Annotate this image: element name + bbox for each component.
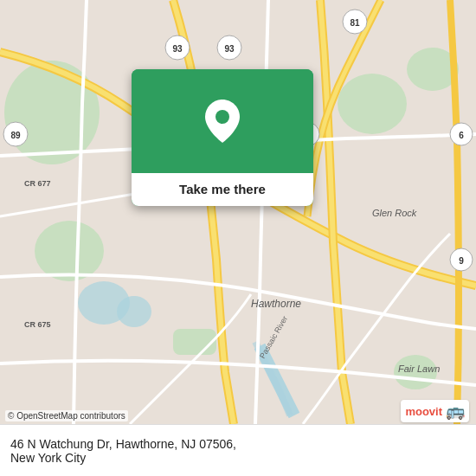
svg-point-5 [338, 74, 407, 134]
map-background: 81 84 93 93 89 6 9 CR 677 CR 675 Hawthor… [0, 0, 476, 424]
popup-card[interactable]: Take me there [132, 69, 313, 206]
svg-point-28 [215, 110, 229, 124]
svg-text:Hawthorne: Hawthorne [251, 298, 301, 310]
map-svg: 81 84 93 93 89 6 9 CR 677 CR 675 Hawthor… [0, 0, 476, 424]
svg-text:89: 89 [10, 131, 21, 140]
svg-rect-4 [173, 329, 216, 355]
bottom-bar: 46 N Watchung Dr, Hawthorne, NJ 07506, N… [0, 424, 476, 476]
svg-text:93: 93 [172, 44, 183, 54]
map-attribution: © OpenStreetMap contributors [5, 410, 128, 421]
svg-text:Glen Rock: Glen Rock [372, 208, 417, 218]
svg-text:6: 6 [459, 131, 464, 140]
moovit-logo: moovit 🚌 [401, 400, 469, 422]
svg-text:CR 677: CR 677 [24, 179, 51, 188]
take-me-there-button[interactable]: Take me there [179, 182, 266, 196]
svg-text:93: 93 [224, 44, 235, 54]
location-pin-icon [205, 100, 240, 143]
svg-text:Fair Lawn: Fair Lawn [398, 363, 440, 374]
moovit-text: moovit [405, 405, 442, 418]
svg-text:Passaic River: Passaic River [258, 314, 289, 360]
popup-label-area[interactable]: Take me there [132, 173, 313, 206]
moovit-icon: 🚌 [446, 402, 465, 421]
svg-text:81: 81 [350, 18, 360, 28]
svg-point-1 [35, 221, 104, 281]
svg-text:9: 9 [459, 256, 464, 266]
city-line: New York City [10, 451, 466, 465]
popup-map-area [132, 69, 313, 173]
svg-point-3 [117, 296, 151, 327]
address-line: 46 N Watchung Dr, Hawthorne, NJ 07506, [10, 437, 466, 451]
svg-text:CR 675: CR 675 [24, 320, 51, 329]
